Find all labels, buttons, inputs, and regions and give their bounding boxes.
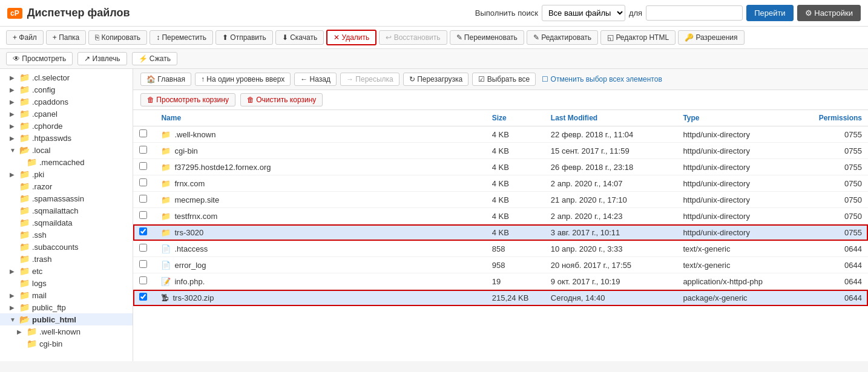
forward-button[interactable]: → Пересылка (340, 73, 399, 86)
back-button[interactable]: ← Назад (294, 73, 337, 86)
table-row[interactable]: 📁 frnx.com 4 KB 2 апр. 2020 г., 14:07 ht… (133, 175, 868, 192)
sidebar-item-cpaddons[interactable]: ▶ 📁 .cpaddons (0, 96, 133, 108)
col-name-header[interactable]: Name (155, 110, 485, 126)
sidebar-item-config[interactable]: ▶ 📁 .config (0, 83, 133, 96)
row-size-cell: 858 (486, 241, 545, 257)
row-size-cell: 4 KB (486, 126, 545, 143)
sidebar-item-well-known[interactable]: ▶ 📁 .well-known (0, 325, 133, 338)
permissions-button[interactable]: 🔑 Разрешения (678, 30, 744, 45)
sidebar-item-razor[interactable]: 📁 .razor (0, 180, 133, 192)
file-name[interactable]: info.php. (174, 277, 205, 286)
row-type-cell: httpd/unix-directory (677, 192, 809, 208)
row-name-cell: 📁 f37295.hostde12.fornex.org (155, 159, 485, 175)
file-name[interactable]: frnx.com (174, 179, 205, 188)
row-checkbox[interactable] (139, 260, 147, 268)
sidebar-item-sqmailattach[interactable]: 📁 .sqmailattach (0, 204, 133, 217)
row-checkbox[interactable] (139, 244, 147, 252)
deselect-all-button[interactable]: ☐ Отменить выбор всех элементов (539, 73, 665, 85)
sidebar-item-trash[interactable]: 📁 .trash (0, 253, 133, 265)
view-basket-button[interactable]: 🗑 Просмотреть корзину (140, 93, 235, 106)
table-row[interactable]: 📁 testfrnx.com 4 KB 2 апр. 2020 г., 14:2… (133, 208, 868, 224)
row-checkbox[interactable] (139, 227, 147, 235)
sidebar-item-cpanel[interactable]: ▶ 📁 .cpanel (0, 108, 133, 120)
sidebar-item-cl-selector[interactable]: ▶ 📁 .cl.selector (0, 71, 133, 83)
sidebar-item-mail[interactable]: ▶ 📁 mail (0, 289, 133, 301)
move-button[interactable]: ↕ Переместить (150, 30, 213, 45)
sidebar-item-logs[interactable]: 📁 logs (0, 277, 133, 289)
home-button[interactable]: 🏠 Главная (140, 73, 191, 86)
file-name[interactable]: trs-3020.zip (173, 293, 214, 302)
sidebar-item-cphorde[interactable]: ▶ 📁 .cphorde (0, 120, 133, 132)
sidebar-item-etc[interactable]: ▶ 📁 etc (0, 265, 133, 277)
col-type-header[interactable]: Type (677, 110, 809, 126)
clear-basket-button[interactable]: 🗑 Очистить корзину (240, 93, 323, 106)
sidebar-item-memcached[interactable]: 📁 .memcached (0, 156, 133, 168)
compress-button[interactable]: ⚡ Сжать (132, 52, 177, 65)
file-name[interactable]: .well-known (174, 130, 215, 139)
file-name[interactable]: cgi-bin (174, 146, 197, 155)
sidebar-item-pki[interactable]: ▶ 📁 .pki (0, 168, 133, 180)
table-row[interactable]: 📄 error_log 958 20 нояб. 2017 г., 17:55 … (133, 257, 868, 273)
row-name-content: 📁 .well-known (161, 130, 479, 139)
sidebar-item-public-ftp[interactable]: ▶ 📁 public_ftp (0, 301, 133, 313)
sidebar-item-subaccounts[interactable]: 📁 .subaccounts (0, 241, 133, 253)
search-select[interactable]: Все ваши файлы (542, 5, 625, 21)
file-name[interactable]: trs-3020 (174, 228, 203, 237)
sidebar-item-spamassassin[interactable]: 📁 .spamassassin (0, 192, 133, 204)
row-checkbox[interactable] (139, 129, 147, 137)
col-modified-header[interactable]: Last Modified (545, 110, 677, 126)
download-button[interactable]: ⬇ Скачать (275, 30, 324, 45)
sidebar-item-label: cgi-bin (39, 339, 62, 348)
table-row[interactable]: 📁 .well-known 4 KB 22 февр. 2018 г., 11:… (133, 126, 868, 143)
rename-button[interactable]: ✎ Переименовать (450, 30, 524, 45)
up-button[interactable]: ↑ На один уровень вверх (195, 73, 291, 86)
file-name[interactable]: mecmep.site (174, 195, 219, 204)
sidebar-item-sqmaildata[interactable]: 📁 .sqmaildata (0, 217, 133, 229)
select-all-button[interactable]: ☑ Выбрать все (472, 73, 536, 86)
file-name[interactable]: f37295.hostde12.fornex.org (174, 163, 271, 172)
folder-icon: 📁 (19, 85, 30, 94)
html-editor-button[interactable]: ◱ Редактор HTML (600, 30, 676, 45)
file-name[interactable]: error_log (174, 261, 206, 270)
sidebar-item-public-html[interactable]: ▼ 📂 public_html (0, 313, 133, 325)
copy-button[interactable]: ⎘ Копировать (88, 30, 147, 45)
table-row[interactable]: 📝 info.php. 19 9 окт. 2017 г., 10:19 app… (133, 273, 868, 290)
folder-icon: 📁 (19, 278, 30, 288)
reload-button[interactable]: ↻ Перезагрузка (403, 73, 469, 86)
file-icon: 📝 (161, 277, 171, 286)
search-input[interactable] (646, 5, 743, 21)
sidebar-item-htpasswds[interactable]: ▶ 📁 .htpasswds (0, 132, 133, 144)
view-button[interactable]: 👁 Просмотреть (6, 52, 73, 65)
row-name-content: 📁 trs-3020 (161, 228, 479, 237)
table-row[interactable]: 🗜 trs-3020.zip 215,24 KB Сегодня, 14:40 … (133, 290, 868, 306)
row-checkbox[interactable] (139, 293, 147, 301)
row-perms-cell: 0644 (809, 290, 868, 306)
col-size-header[interactable]: Size (486, 110, 545, 126)
table-row[interactable]: 📁 cgi-bin 4 KB 15 сент. 2017 г., 11:59 h… (133, 143, 868, 159)
file-name[interactable]: testfrnx.com (174, 212, 217, 221)
sidebar-item-local[interactable]: ▼ 📂 .local (0, 144, 133, 156)
row-checkbox[interactable] (139, 146, 147, 154)
table-row[interactable]: 📄 .htaccess 858 10 апр. 2020 г., 3:33 te… (133, 241, 868, 257)
new-folder-button[interactable]: + Папка (46, 30, 86, 45)
table-row[interactable]: 📁 f37295.hostde12.fornex.org 4 KB 26 фев… (133, 159, 868, 175)
extract-button[interactable]: ↗ Извлечь (77, 52, 127, 65)
table-row[interactable]: 📁 mecmep.site 4 KB 21 апр. 2020 г., 17:1… (133, 192, 868, 208)
row-checkbox[interactable] (139, 195, 147, 203)
sidebar-item-cgi-bin[interactable]: 📁 cgi-bin (0, 338, 133, 350)
row-checkbox[interactable] (139, 178, 147, 186)
col-perms-header[interactable]: Permissions (809, 110, 868, 126)
sidebar-item-ssh[interactable]: 📁 .ssh (0, 229, 133, 241)
row-checkbox[interactable] (139, 211, 147, 219)
table-row[interactable]: 📁 trs-3020 4 KB 3 авг. 2017 г., 10:11 ht… (133, 224, 868, 241)
edit-button[interactable]: ✎ Редактировать (527, 30, 598, 45)
file-name[interactable]: .htaccess (174, 244, 208, 253)
row-checkbox[interactable] (139, 162, 147, 170)
new-file-button[interactable]: + Файл (6, 30, 44, 45)
delete-button[interactable]: ✕ Удалить (326, 30, 376, 45)
restore-button[interactable]: ↩ Восстановить (379, 30, 447, 45)
search-button[interactable]: Перейти (746, 5, 794, 21)
settings-button[interactable]: ⚙ Настройки (797, 5, 861, 21)
row-checkbox[interactable] (139, 276, 147, 284)
upload-button[interactable]: ⬆ Отправить (215, 30, 273, 45)
